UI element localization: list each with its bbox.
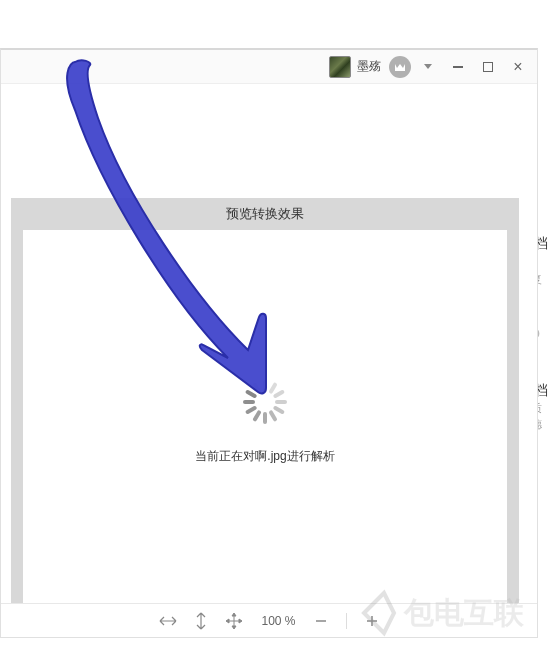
zoom-level-label: 100 % <box>261 614 295 628</box>
fit-height-button[interactable] <box>195 612 207 630</box>
crown-icon[interactable] <box>389 56 411 78</box>
user-avatar[interactable] <box>329 56 351 78</box>
zoom-out-button[interactable] <box>314 614 328 628</box>
fit-width-button[interactable] <box>159 615 177 627</box>
titlebar: 墨殇 × <box>1 50 537 84</box>
pan-button[interactable] <box>225 612 243 630</box>
loading-status-text: 当前正在对啊.jpg进行解析 <box>23 448 507 465</box>
preview-panel-title: 预览转换效果 <box>11 198 519 230</box>
loading-spinner-icon <box>241 378 289 426</box>
toolbar-separator <box>346 613 347 629</box>
zoom-toolbar: 100 % <box>1 603 537 637</box>
dropdown-button[interactable] <box>415 55 441 79</box>
close-button[interactable]: × <box>505 55 531 79</box>
maximize-button[interactable] <box>475 55 501 79</box>
preview-panel: 预览转换效果 当前正在对啊.jpg进行解析 <box>11 198 519 632</box>
minimize-button[interactable] <box>445 55 471 79</box>
preview-pane: 当前正在对啊.jpg进行解析 <box>23 230 507 620</box>
zoom-in-button[interactable] <box>365 614 379 628</box>
app-window: 墨殇 × 预览转换效果 当前正在对啊.jpg进行解析 <box>0 48 538 638</box>
username-label: 墨殇 <box>357 58 381 75</box>
